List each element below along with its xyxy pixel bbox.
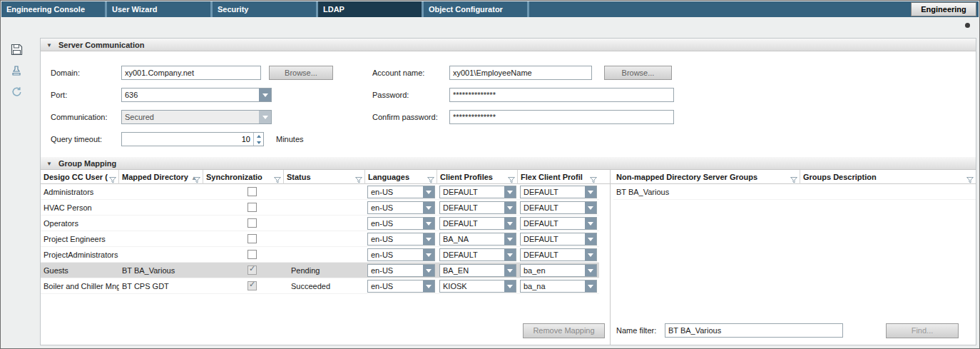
dropdown-arrow-icon[interactable]: [504, 233, 516, 245]
flex-client-profile-dropdown[interactable]: DEFAULT: [520, 186, 597, 198]
tab-security[interactable]: Security: [213, 1, 318, 17]
dropdown-arrow-icon[interactable]: [585, 233, 596, 245]
column-header-status[interactable]: Status: [284, 170, 365, 184]
group-mapping-row[interactable]: Project Engineers en-US BA_NA DEFAULT: [41, 231, 599, 247]
group-mapping-row[interactable]: Administrators en-US DEFAULT DEFAULT: [41, 184, 599, 200]
group-mapping-row[interactable]: ProjectAdministrators en-US DEFAULT DEFA…: [41, 247, 599, 263]
synchronize-checkbox[interactable]: [247, 187, 257, 196]
dropdown-arrow-icon[interactable]: [423, 202, 434, 213]
dropdown-arrow-icon[interactable]: [504, 280, 516, 292]
dropdown-arrow-icon[interactable]: [585, 249, 596, 261]
group-mapping-header[interactable]: ▼ Group Mapping: [41, 157, 976, 170]
filter-icon[interactable]: [109, 173, 116, 184]
dropdown-arrow-icon[interactable]: [585, 202, 596, 213]
stamp-button[interactable]: [7, 61, 26, 80]
dropdown-arrow-icon[interactable]: [423, 249, 434, 261]
flex-client-profile-dropdown[interactable]: DEFAULT: [520, 217, 597, 230]
filter-icon[interactable]: [590, 173, 597, 184]
save-button[interactable]: [7, 40, 26, 59]
domain-browse-button[interactable]: Browse...: [269, 66, 333, 80]
column-header-groups-description[interactable]: Groups Description: [800, 170, 976, 184]
column-header-user-groups[interactable]: Desigo CC User (: [41, 170, 119, 184]
column-header-flex-client-profile[interactable]: Flex Client Profil: [518, 170, 599, 184]
filter-icon[interactable]: [427, 173, 434, 184]
filter-icon[interactable]: [508, 173, 515, 184]
flex-client-profile-dropdown[interactable]: ba_na: [520, 280, 597, 293]
dropdown-arrow-icon[interactable]: [504, 265, 516, 276]
group-mapping-row-selected[interactable]: Guests BT BA_Various Pending en-US BA_EN…: [41, 263, 599, 278]
language-dropdown[interactable]: en-US: [367, 264, 435, 277]
refresh-button[interactable]: [7, 83, 26, 101]
filter-icon[interactable]: [193, 173, 200, 184]
dropdown-arrow-icon[interactable]: [504, 249, 516, 261]
client-profile-dropdown[interactable]: DEFAULT: [439, 248, 516, 261]
tab-engineering-console[interactable]: Engineering Console: [1, 1, 107, 17]
flex-client-profile-dropdown[interactable]: DEFAULT: [520, 201, 597, 214]
filter-icon[interactable]: [274, 173, 281, 184]
column-header-client-profiles[interactable]: Client Profiles: [437, 170, 518, 184]
query-timeout-stepper[interactable]: [121, 132, 264, 146]
password-input[interactable]: [449, 88, 674, 102]
filter-icon[interactable]: [790, 173, 797, 184]
group-mapping-row[interactable]: HVAC Person en-US DEFAULT DEFAULT: [41, 200, 599, 216]
dropdown-arrow-icon[interactable]: [423, 280, 434, 292]
synchronize-checkbox[interactable]: [247, 250, 257, 259]
language-dropdown[interactable]: en-US: [367, 201, 435, 214]
language-dropdown[interactable]: en-US: [367, 186, 435, 198]
group-mapping-row[interactable]: Boiler and Chiller Mng BT CPS GDT Succee…: [41, 278, 599, 294]
flex-client-profile-dropdown[interactable]: DEFAULT: [520, 248, 597, 261]
domain-input[interactable]: [121, 66, 261, 80]
dropdown-arrow-icon[interactable]: [423, 218, 434, 229]
column-header-languages[interactable]: Languages: [365, 170, 437, 184]
group-mapping-row[interactable]: Operators en-US DEFAULT DEFAULT: [41, 216, 599, 231]
dropdown-arrow-icon[interactable]: [585, 280, 596, 292]
server-communication-header[interactable]: ▼ Server Communication: [41, 39, 976, 51]
client-profile-dropdown[interactable]: BA_NA: [439, 233, 516, 246]
tab-object-configurator[interactable]: Object Configurator: [424, 1, 529, 17]
port-dropdown[interactable]: 636: [121, 88, 272, 102]
flex-client-profile-dropdown[interactable]: ba_en: [520, 264, 597, 277]
synchronize-checkbox[interactable]: [247, 265, 257, 275]
tab-ldap[interactable]: LDAP: [318, 1, 424, 17]
spin-down-icon[interactable]: [254, 139, 263, 146]
dropdown-arrow-icon[interactable]: [585, 186, 596, 198]
filter-icon[interactable]: [966, 173, 974, 184]
remove-mapping-button[interactable]: Remove Mapping: [523, 323, 605, 338]
client-profile-dropdown[interactable]: DEFAULT: [439, 186, 516, 198]
dropdown-arrow-icon[interactable]: [423, 265, 434, 276]
dropdown-arrow-icon[interactable]: [585, 265, 596, 276]
dropdown-arrow-icon[interactable]: [504, 218, 516, 229]
engineering-mode-button[interactable]: Engineering: [911, 2, 976, 16]
account-name-input[interactable]: [449, 66, 592, 80]
find-button[interactable]: Find...: [886, 323, 959, 338]
dropdown-arrow-icon[interactable]: [423, 233, 434, 245]
client-profile-dropdown[interactable]: DEFAULT: [439, 217, 516, 230]
directory-group-row[interactable]: BT BA_Various: [613, 184, 976, 200]
dropdown-arrow-icon[interactable]: [259, 88, 271, 101]
pin-icon[interactable]: [965, 23, 970, 28]
flex-client-profile-dropdown[interactable]: DEFAULT: [520, 233, 597, 246]
column-header-mapped-directory[interactable]: Mapped Directory▲: [119, 170, 203, 184]
synchronize-checkbox[interactable]: [247, 281, 257, 290]
dropdown-arrow-icon[interactable]: [504, 202, 516, 213]
confirm-password-input[interactable]: [449, 110, 674, 124]
column-header-synchronization[interactable]: Synchronizatio: [203, 170, 284, 184]
column-header-nonmapped-groups[interactable]: Non-mapped Directory Server Groups: [613, 170, 800, 184]
language-dropdown[interactable]: en-US: [367, 280, 435, 293]
filter-icon[interactable]: [355, 173, 362, 184]
dropdown-arrow-icon[interactable]: [504, 186, 516, 198]
name-filter-input[interactable]: [665, 323, 843, 338]
synchronize-checkbox[interactable]: [247, 218, 257, 228]
synchronize-checkbox[interactable]: [247, 234, 257, 243]
dropdown-arrow-icon[interactable]: [585, 218, 596, 229]
tab-user-wizard[interactable]: User Wizard: [107, 1, 213, 17]
client-profile-dropdown[interactable]: DEFAULT: [439, 201, 516, 214]
language-dropdown[interactable]: en-US: [367, 217, 435, 230]
spin-up-icon[interactable]: [254, 133, 263, 139]
synchronize-checkbox[interactable]: [247, 203, 257, 212]
client-profile-dropdown[interactable]: BA_EN: [439, 264, 516, 277]
language-dropdown[interactable]: en-US: [367, 233, 435, 246]
language-dropdown[interactable]: en-US: [367, 248, 435, 261]
account-browse-button[interactable]: Browse...: [604, 66, 672, 80]
communication-dropdown[interactable]: Secured: [121, 110, 272, 124]
